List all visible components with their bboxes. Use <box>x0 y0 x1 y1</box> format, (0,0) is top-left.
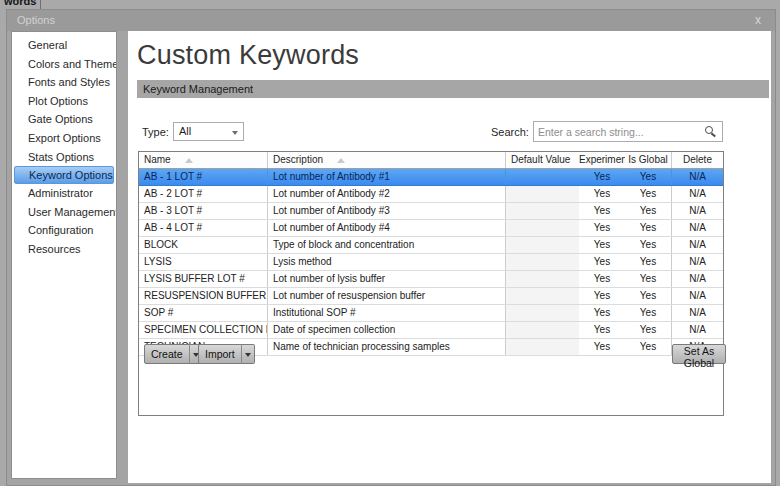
import-button[interactable]: Import <box>198 344 242 364</box>
cell-glob: Yes <box>625 203 671 219</box>
cell-del: N/A <box>671 271 723 287</box>
dialog-titlebar[interactable]: Options x <box>7 10 775 31</box>
cell-del: N/A <box>671 237 723 253</box>
cell-del: N/A <box>671 220 723 236</box>
column-header-label: Experiment... <box>579 154 625 165</box>
cell-name: LYSIS <box>139 254 268 270</box>
cell-glob: Yes <box>625 288 671 304</box>
cell-desc: Type of block and concentration <box>268 237 506 253</box>
cell-exp: Yes <box>579 254 625 270</box>
table-row[interactable]: AB - 3 LOT #Lot number of Antibody #3Yes… <box>139 203 723 220</box>
search-label: Search: <box>491 126 529 138</box>
cell-exp: Yes <box>579 169 625 185</box>
keywords-table: NameDescriptionDefault ValueExperiment..… <box>138 151 724 416</box>
chevron-down-icon <box>232 131 238 135</box>
create-split-button: Create <box>144 344 203 364</box>
table-body: AB - 1 LOT #Lot number of Antibody #1Yes… <box>139 169 723 356</box>
sidebar-item-keyword-options[interactable]: Keyword Options <box>14 166 114 184</box>
cell-def <box>506 288 579 304</box>
table-row[interactable]: SOP #Institutional SOP #YesYesN/A <box>139 305 723 322</box>
cell-def <box>506 339 579 355</box>
type-label: Type: <box>142 126 169 138</box>
column-header-desc[interactable]: Description <box>268 152 506 168</box>
cell-exp: Yes <box>579 288 625 304</box>
close-icon[interactable]: x <box>755 13 761 27</box>
search-icon[interactable] <box>705 126 713 134</box>
column-header-label: Delete <box>683 154 712 165</box>
cell-desc: Lot number of Antibody #3 <box>268 203 506 219</box>
cell-name: AB - 2 LOT # <box>139 186 268 202</box>
import-split-button: Import <box>198 344 255 364</box>
sidebar-item-stats-options[interactable]: Stats Options <box>12 148 116 167</box>
cell-del: N/A <box>671 169 723 185</box>
cell-desc: Date of specimen collection <box>268 322 506 338</box>
table-row[interactable]: AB - 2 LOT #Lot number of Antibody #2Yes… <box>139 186 723 203</box>
sidebar-item-user-management[interactable]: User Management <box>12 203 116 222</box>
cell-del: N/A <box>671 254 723 270</box>
sidebar-item-export-options[interactable]: Export Options <box>12 129 116 148</box>
cell-desc: Name of technician processing samples <box>268 339 506 355</box>
cell-exp: Yes <box>579 186 625 202</box>
sort-ascending-icon <box>337 158 345 163</box>
cell-desc: Lot number of Antibody #4 <box>268 220 506 236</box>
table-row[interactable]: RESUSPENSION BUFFER LOT #Lot number of r… <box>139 288 723 305</box>
main-panel: Custom Keywords Keyword Management Type:… <box>128 31 771 483</box>
column-header-label: Default Value <box>511 154 570 165</box>
cell-def <box>506 271 579 287</box>
table-row[interactable]: AB - 4 LOT #Lot number of Antibody #4Yes… <box>139 220 723 237</box>
cell-del: N/A <box>671 322 723 338</box>
type-dropdown[interactable]: All <box>173 122 244 141</box>
type-dropdown-value: All <box>179 125 191 137</box>
search-input[interactable] <box>538 123 698 140</box>
table-row[interactable]: LYSIS BUFFER LOT #Lot number of lysis bu… <box>139 271 723 288</box>
cell-exp: Yes <box>579 305 625 321</box>
cell-glob: Yes <box>625 322 671 338</box>
sidebar-item-general[interactable]: General <box>12 36 116 55</box>
cell-def <box>506 203 579 219</box>
table-row[interactable]: SPECIMEN COLLECTION DATEDate of specimen… <box>139 322 723 339</box>
sidebar-item-resources[interactable]: Resources <box>12 240 116 259</box>
cell-def <box>506 305 579 321</box>
options-dialog: Options x GeneralColors and ThemesFonts … <box>6 9 776 486</box>
column-header-del[interactable]: Delete <box>671 152 723 168</box>
cell-glob: Yes <box>625 271 671 287</box>
cell-del: N/A <box>671 305 723 321</box>
sidebar-item-colors-and-themes[interactable]: Colors and Themes <box>12 55 116 74</box>
cell-glob: Yes <box>625 305 671 321</box>
cell-glob: Yes <box>625 237 671 253</box>
sidebar-item-configuration[interactable]: Configuration <box>12 221 116 240</box>
column-header-exp[interactable]: Experiment... <box>579 152 625 168</box>
column-header-def[interactable]: Default Value <box>506 152 579 168</box>
cell-desc: Lot number of Antibody #1 <box>268 169 506 185</box>
cell-glob: Yes <box>625 339 671 355</box>
cell-name: AB - 4 LOT # <box>139 220 268 236</box>
cell-name: RESUSPENSION BUFFER LOT # <box>139 288 268 304</box>
table-row[interactable]: BLOCKType of block and concentrationYesY… <box>139 237 723 254</box>
cell-glob: Yes <box>625 220 671 236</box>
import-dropdown-arrow[interactable] <box>241 344 255 364</box>
cell-def <box>506 254 579 270</box>
cell-del: N/A <box>671 186 723 202</box>
cell-name: LYSIS BUFFER LOT # <box>139 271 268 287</box>
sidebar-item-plot-options[interactable]: Plot Options <box>12 92 116 111</box>
sidebar-item-gate-options[interactable]: Gate Options <box>12 110 116 129</box>
table-row[interactable]: AB - 1 LOT #Lot number of Antibody #1Yes… <box>139 169 723 186</box>
column-header-glob[interactable]: Is Global <box>625 152 671 168</box>
cell-exp: Yes <box>579 203 625 219</box>
dialog-title: Options <box>17 14 55 26</box>
cell-def <box>506 322 579 338</box>
table-row[interactable]: LYSISLysis methodYesYesN/A <box>139 254 723 271</box>
set-as-global-button[interactable]: Set As Global <box>672 344 726 364</box>
cell-desc: Institutional SOP # <box>268 305 506 321</box>
column-header-label: Is Global <box>628 154 667 165</box>
cell-glob: Yes <box>625 169 671 185</box>
background-window-tab[interactable]: words <box>0 0 41 9</box>
column-header-name[interactable]: Name <box>139 152 268 168</box>
create-button[interactable]: Create <box>144 344 190 364</box>
sidebar-item-fonts-and-styles[interactable]: Fonts and Styles <box>12 73 116 92</box>
cell-def <box>506 169 579 185</box>
cell-name: SOP # <box>139 305 268 321</box>
cell-def <box>506 237 579 253</box>
cell-exp: Yes <box>579 237 625 253</box>
sidebar-item-administrator[interactable]: Administrator <box>12 184 116 203</box>
